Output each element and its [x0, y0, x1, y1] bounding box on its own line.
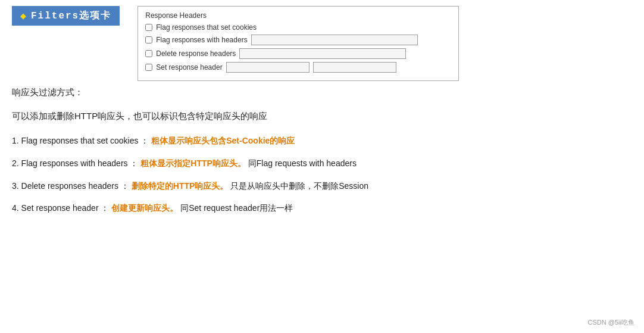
label-flag-headers: Flag responses with headers	[156, 36, 247, 44]
panel-legend: Response Headers	[145, 11, 451, 20]
panel-row-1: Flag responses that set cookies	[145, 23, 451, 32]
response-headers-panel: Response Headers Flag responses that set…	[137, 6, 459, 81]
item-4-num: 4.	[12, 203, 19, 213]
input-flag-headers[interactable]	[251, 35, 418, 45]
item-4-cn-bold: 创建更新响应头。	[111, 203, 178, 213]
item-3-en: Delete responses headers	[21, 181, 118, 191]
item-4-en: Set response header	[21, 203, 99, 213]
item-3-num: 3.	[12, 181, 19, 191]
panel-row-4: Set response header	[145, 62, 451, 73]
filters-header: ◆ Filters选项卡	[12, 6, 120, 26]
item-3-cn-normal: 只是从响应头中删除，不删除Session	[230, 181, 368, 191]
input-set-header-value[interactable]	[313, 62, 396, 73]
panel-row-3: Delete response headers	[145, 48, 451, 59]
input-set-header-key[interactable]	[226, 62, 310, 73]
item-2-en: Flag responses with headers	[21, 158, 128, 168]
item-1-en: Flag responses that set cookies	[21, 136, 139, 145]
item-3-sep: ：	[121, 181, 129, 191]
item-2-sep: ：	[130, 158, 138, 168]
item-2-cn-bold: 粗体显示指定HTTP响应头。	[140, 158, 246, 168]
checkbox-set-header[interactable]	[145, 64, 152, 71]
item-1-sep: ：	[140, 136, 149, 145]
checkbox-flag-headers[interactable]	[145, 36, 152, 43]
filters-title: Filters选项卡	[31, 10, 111, 22]
section-label: 响应头过滤方式：	[12, 87, 632, 98]
label-set-header: Set response header	[156, 63, 222, 71]
item-2-num: 2.	[12, 158, 19, 168]
checkbox-flag-cookies[interactable]	[145, 24, 152, 31]
list-item: 1. Flag responses that set cookies ： 粗体显…	[12, 134, 632, 148]
list-item: 2. Flag responses with headers ： 粗体显示指定H…	[12, 157, 632, 171]
diamond-icon: ◆	[20, 11, 26, 20]
item-3-cn-bold: 删除特定的HTTP响应头。	[132, 181, 229, 191]
checkbox-delete-headers[interactable]	[145, 50, 152, 57]
list-item: 3. Delete responses headers ： 删除特定的HTTP响…	[12, 179, 632, 194]
label-flag-cookies: Flag responses that set cookies	[156, 23, 257, 32]
item-1-num: 1.	[12, 136, 19, 145]
panel-row-2: Flag responses with headers	[145, 35, 451, 45]
item-2-cn-normal: 同Flag requests with headers	[248, 158, 357, 168]
item-4-sep: ：	[101, 203, 109, 213]
items-list: 1. Flag responses that set cookies ： 粗体显…	[12, 134, 632, 216]
input-delete-headers[interactable]	[239, 48, 406, 59]
label-delete-headers: Delete response headers	[156, 49, 236, 58]
intro-text: 可以添加或删除HTTP响应头，也可以标识包含特定响应头的响应	[12, 109, 632, 123]
list-item: 4. Set response header ： 创建更新响应头。 同Set r…	[12, 201, 632, 216]
item-4-cn-normal: 同Set request header用法一样	[180, 203, 293, 213]
item-1-cn-bold: 粗体显示响应头包含Set-Cookie的响应	[151, 136, 295, 145]
